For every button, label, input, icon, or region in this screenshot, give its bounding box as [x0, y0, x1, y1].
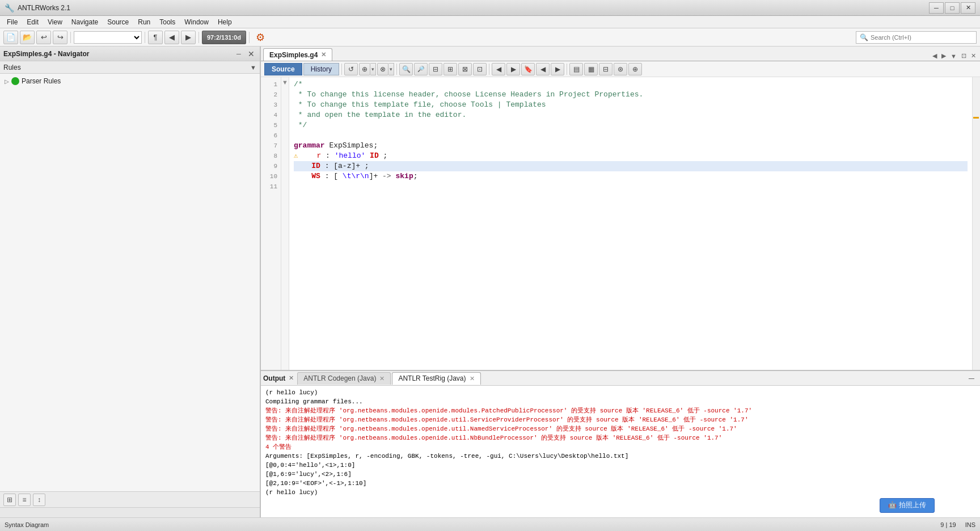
code-line-4: * and open the template in the editor. [294, 110, 968, 120]
app-icon: 🔧 [5, 3, 14, 12]
run-button[interactable]: 97:2/131:0d [202, 31, 246, 44]
undo-button[interactable]: ↩ [36, 31, 51, 44]
menu-item-source[interactable]: Source [103, 17, 133, 27]
next-button[interactable]: ▶ [181, 31, 196, 44]
menu-item-help[interactable]: Help [213, 17, 236, 27]
et-zoom-in[interactable]: 🔍 [399, 63, 413, 75]
et-bookmark[interactable]: 🔖 [521, 63, 535, 75]
statusbar: Syntax Diagram 9 | 19 INS [0, 517, 980, 531]
output-close-icon[interactable]: ✕ [289, 374, 294, 382]
et-separator-4 [567, 64, 567, 75]
et-dropdown-btn-2[interactable]: ▾ [388, 63, 394, 75]
status-syntax-diagram[interactable]: Syntax Diagram [5, 521, 49, 528]
et-view-2[interactable]: ▦ [584, 63, 598, 75]
nav-btn-1[interactable]: ⊞ [3, 494, 16, 506]
fold-6 [281, 128, 289, 138]
editor-tab-expsimples[interactable]: ExpSimples.g4 ✕ [263, 48, 332, 61]
output-line-10: [@1,6:9='lucy',<2>,1:6] [265, 470, 975, 479]
menu-item-tools[interactable]: Tools [155, 17, 180, 27]
tab-close-all-button[interactable]: ✕ [969, 51, 978, 61]
format-button[interactable]: ¶ [148, 31, 163, 44]
et-btn-5[interactable]: ⊠ [458, 63, 472, 75]
et-view-4[interactable]: ⊛ [614, 63, 627, 75]
output-tab-testrig[interactable]: ANTLR TestRig (Java) ✕ [392, 372, 480, 385]
menu-item-view[interactable]: View [43, 17, 67, 27]
et-bookmark-prev[interactable]: ◀ [536, 63, 550, 75]
tab-menu-button[interactable]: ▼ [949, 52, 958, 61]
et-dropdown-btn-1[interactable]: ▾ [370, 63, 376, 75]
fold-8 [281, 149, 289, 159]
et-bookmark-next[interactable]: ▶ [551, 63, 564, 75]
output-minimize-button[interactable]: ─ [965, 373, 978, 384]
nav-btn-3[interactable]: ↕ [33, 494, 45, 506]
output-tab-codegen-label: ANTLR Codegen (Java) [303, 374, 376, 382]
prev-button[interactable]: ◀ [164, 31, 179, 44]
close-button[interactable]: ✕ [961, 2, 975, 14]
fold-11 [281, 179, 289, 189]
menu-item-window[interactable]: Window [180, 17, 213, 27]
output-line-9: [@0,0:4='hello',<1>,1:0] [265, 461, 975, 470]
et-separator-1 [341, 64, 342, 75]
et-view-5[interactable]: ⊕ [628, 63, 642, 75]
navigator-bottom-bar: ⊞ ≡ ↕ [0, 491, 260, 507]
output-tab-codegen-close[interactable]: ✕ [379, 375, 385, 382]
et-zoom-out[interactable]: 🔎 [414, 63, 428, 75]
output-tab-codegen[interactable]: ANTLR Codegen (Java) ✕ [297, 372, 391, 385]
output-tab-testrig-close[interactable]: ✕ [470, 375, 475, 382]
et-view-1[interactable]: ▤ [569, 63, 583, 75]
maximize-button[interactable]: □ [945, 2, 960, 14]
minimize-button[interactable]: ─ [929, 2, 944, 14]
et-btn-1[interactable]: ⊕ [359, 63, 370, 75]
line-num-4: 4 [261, 110, 281, 120]
navigator-tree: ▷ Parser Rules [0, 74, 260, 491]
output-content[interactable]: (r hello lucy) Compiling grammar files..… [261, 386, 980, 517]
tab-restore-button[interactable]: ⊡ [960, 51, 968, 61]
et-view-3[interactable]: ⊟ [599, 63, 612, 75]
et-btn-6[interactable]: ⊡ [473, 63, 487, 75]
search-input[interactable] [871, 34, 973, 41]
et-nav-next[interactable]: ▶ [506, 63, 520, 75]
antlr-button[interactable]: ⚙ [252, 30, 268, 45]
output-line-5: 警告: 来自注解处理程序 'org.netbeans.modules.openi… [265, 424, 975, 433]
fold-1[interactable]: ▼ [281, 77, 289, 87]
navigator-close-button[interactable]: ✕ [246, 49, 256, 59]
code-content[interactable]: /* * To change this license header, choo… [289, 77, 972, 370]
scroll-marker [973, 117, 979, 119]
menu-item-file[interactable]: File [2, 17, 22, 27]
et-refresh-btn[interactable]: ↺ [344, 63, 358, 75]
editor-tab-close[interactable]: ✕ [321, 51, 326, 58]
navigator-minimize-button[interactable]: ─ [234, 49, 244, 59]
et-btn-4[interactable]: ⊞ [443, 63, 457, 75]
new-button[interactable]: 📄 [3, 31, 18, 44]
output-line-7: 4 个警告 [265, 442, 975, 452]
output-line-12: (r hello lucy) [265, 488, 975, 497]
et-btn-3[interactable]: ⊟ [429, 63, 442, 75]
redo-button[interactable]: ↪ [53, 31, 67, 44]
line-num-8: 8 [261, 151, 281, 161]
tab-left-button[interactable]: ◀ [931, 51, 939, 61]
et-nav-prev[interactable]: ◀ [492, 63, 505, 75]
line-num-3: 3 [261, 100, 281, 110]
editor-toolbar: Source History ↺ ⊕ ▾ ⊗ ▾ 🔍 🔎 ⊟ ⊞ ⊠ ⊡ [261, 61, 980, 77]
nav-btn-2[interactable]: ≡ [18, 494, 31, 506]
editor-tabs: ExpSimples.g4 ✕ ◀ ▶ ▼ ⊡ ✕ [261, 47, 980, 61]
code-scrollbar[interactable] [972, 77, 980, 370]
editor-panel: ExpSimples.g4 ✕ ◀ ▶ ▼ ⊡ ✕ Source History… [261, 47, 980, 370]
rules-dropdown[interactable]: ▼ [250, 64, 256, 71]
menu-item-edit[interactable]: Edit [22, 17, 43, 27]
fold-column: ▼ [281, 77, 289, 370]
tree-item-parser-rules[interactable]: ▷ Parser Rules [0, 76, 260, 86]
menu-item-run[interactable]: Run [133, 17, 155, 27]
et-btn-2[interactable]: ⊗ [377, 63, 388, 75]
tab-right-button[interactable]: ▶ [940, 51, 948, 61]
toolbar-combo[interactable] [74, 31, 142, 44]
menu-item-navigate[interactable]: Navigate [67, 17, 103, 27]
history-tab[interactable]: History [303, 63, 339, 75]
output-tabs-bar: Output ✕ ANTLR Codegen (Java) ✕ ANTLR Te… [261, 371, 980, 386]
search-area: 🔍 [856, 31, 977, 44]
et-separator-2 [396, 64, 397, 75]
source-tab[interactable]: Source [264, 63, 302, 75]
upload-button[interactable]: 🤖 拍照上传 [880, 498, 935, 513]
open-button[interactable]: 📂 [20, 31, 35, 44]
app-title: ANTLRWorks 2.1 [18, 4, 929, 12]
